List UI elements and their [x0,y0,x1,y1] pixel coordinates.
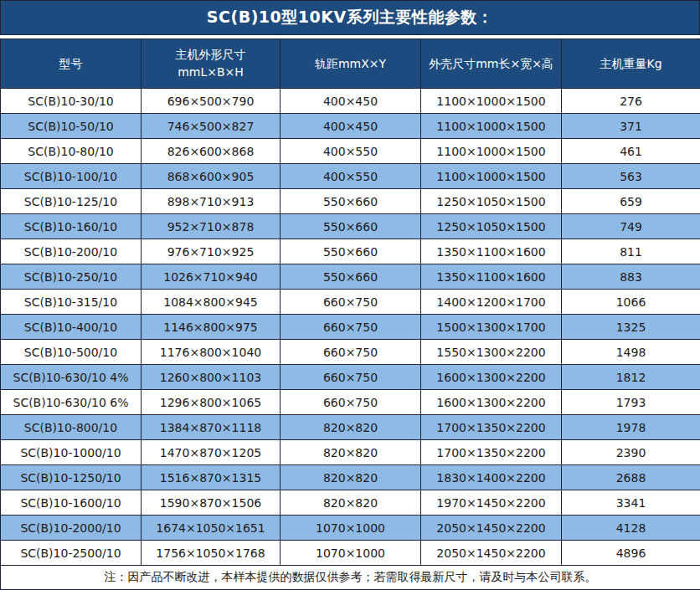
table-row: SC(B)10-2500/101756×1050×17681070×100020… [1,541,700,566]
spec-table: 型号 主机外形尺寸 mmL×B×H 轨距mmX×Y 外壳尺寸mm长×宽×高 主机… [0,38,700,590]
table-cell: 563 [562,164,700,189]
page-title: SC(B)10型10KV系列主要性能参数： [0,0,700,35]
table-cell: 1400×1200×1700 [421,290,562,315]
table-cell: 1066 [562,290,700,315]
table-cell: SC(B)10-315/10 [1,290,142,315]
table-cell: 1756×1050×1768 [142,541,281,566]
column-header-label: 轨距mmX×Y [282,55,419,73]
table-cell: 820×820 [281,415,421,440]
table-cell: SC(B)10-630/10 6% [1,390,142,415]
table-cell: 1793 [562,390,700,415]
table-row: SC(B)10-200/10976×710×925550×6601350×110… [1,239,700,264]
table-cell: 4128 [562,516,700,541]
table-cell: SC(B)10-630/10 4% [1,365,142,390]
table-cell: 1250×1050×1500 [421,189,562,214]
table-row: SC(B)10-630/10 4%1260×800×1103660×750160… [1,365,700,390]
table-cell: 1146×800×975 [142,315,281,340]
table-cell: 1384×870×1118 [142,415,281,440]
table-cell: 2050×1450×2200 [421,541,562,566]
table-cell: 868×600×905 [142,164,281,189]
column-header-host-weight: 主机重量Kg [562,39,700,89]
table-cell: SC(B)10-1250/10 [1,465,142,490]
table-cell: 1470×870×1205 [142,440,281,465]
column-header-label: 外壳尺寸mm长×宽×高 [423,55,559,73]
table-cell: SC(B)10-1600/10 [1,490,142,516]
table-row: SC(B)10-1600/101590×870×1506820×8201970×… [1,490,700,516]
table-cell: 1070×1000 [281,516,421,541]
table-cell: 1516×870×1315 [142,465,281,490]
table-cell: 400×550 [281,139,421,164]
table-footer: 注：因产品不断改进，本样本提供的数据仅供参考；若需取得最新尺寸，请及时与本公司联… [1,566,700,590]
table-cell: 696×500×790 [142,89,281,114]
table-cell: 550×660 [281,264,421,290]
table-cell: SC(B)10-250/10 [1,264,142,290]
table-row: SC(B)10-400/101146×800×975660×7501500×13… [1,315,700,340]
table-cell: SC(B)10-30/10 [1,89,142,114]
table-cell: 1070×1000 [281,541,421,566]
table-cell: SC(B)10-500/10 [1,340,142,365]
table-cell: 1260×800×1103 [142,365,281,390]
table-cell: 550×660 [281,189,421,214]
table-cell: 660×750 [281,290,421,315]
table-cell: 1674×1050×1651 [142,516,281,541]
table-cell: SC(B)10-100/10 [1,164,142,189]
table-row: SC(B)10-630/10 6%1296×800×1065660×750160… [1,390,700,415]
column-header-shell-dimensions: 外壳尺寸mm长×宽×高 [421,39,562,89]
table-cell: 2390 [562,440,700,465]
table-cell: 1600×1300×2200 [421,390,562,415]
table-row: SC(B)10-50/10746×500×827400×4501100×1000… [1,114,700,139]
table-cell: SC(B)10-2500/10 [1,541,142,566]
table-cell: 749 [562,214,700,239]
table-row: SC(B)10-2000/101674×1050×16511070×100020… [1,516,700,541]
table-cell: 1100×1000×1500 [421,139,562,164]
table-cell: 3341 [562,490,700,516]
table-cell: 400×550 [281,164,421,189]
table-cell: 820×820 [281,490,421,516]
table-cell: 1084×800×945 [142,290,281,315]
table-header: 型号 主机外形尺寸 mmL×B×H 轨距mmX×Y 外壳尺寸mm长×宽×高 主机… [1,39,700,89]
table-row: SC(B)10-80/10826×600×868400×5501100×1000… [1,139,700,164]
table-cell: 820×820 [281,440,421,465]
column-header-label: 主机外形尺寸 [143,46,278,64]
table-row: SC(B)10-125/10898×710×913550×6601250×105… [1,189,700,214]
table-cell: 1100×1000×1500 [421,89,562,114]
table-cell: SC(B)10-400/10 [1,315,142,340]
table-cell: SC(B)10-50/10 [1,114,142,139]
column-header-host-dimensions: 主机外形尺寸 mmL×B×H [142,39,281,89]
table-cell: 820×820 [281,465,421,490]
table-cell: 660×750 [281,390,421,415]
table-cell: 1500×1300×1700 [421,315,562,340]
table-cell: 1700×1350×2200 [421,440,562,465]
table-cell: 371 [562,114,700,139]
column-header-label: 型号 [3,55,139,73]
table-cell: 1100×1000×1500 [421,164,562,189]
table-cell: 1296×800×1065 [142,390,281,415]
table-body: SC(B)10-30/10696×500×790400×4501100×1000… [1,89,700,566]
table-cell: 976×710×925 [142,239,281,264]
table-cell: 1250×1050×1500 [421,214,562,239]
column-header-rail-gauge: 轨距mmX×Y [281,39,421,89]
table-cell: SC(B)10-1000/10 [1,440,142,465]
table-cell: 276 [562,89,700,114]
table-row: SC(B)10-800/101384×870×1118820×8201700×1… [1,415,700,440]
table-cell: 1812 [562,365,700,390]
table-cell: 1700×1350×2200 [421,415,562,440]
table-cell: 1498 [562,340,700,365]
table-cell: 1026×710×940 [142,264,281,290]
table-cell: 461 [562,139,700,164]
table-cell: 1830×1400×2200 [421,465,562,490]
table-cell: SC(B)10-2000/10 [1,516,142,541]
table-cell: 898×710×913 [142,189,281,214]
column-header-sublabel: mmL×B×H [143,64,278,81]
column-header-label: 主机重量Kg [564,55,698,73]
footnote: 注：因产品不断改进，本样本提供的数据仅供参考；若需取得最新尺寸，请及时与本公司联… [1,566,700,590]
table-cell: SC(B)10-200/10 [1,239,142,264]
table-cell: SC(B)10-125/10 [1,189,142,214]
table-cell: 1176×800×1040 [142,340,281,365]
table-row: SC(B)10-160/10952×710×878550×6601250×105… [1,214,700,239]
table-cell: 1970×1450×2200 [421,490,562,516]
table-row: SC(B)10-1000/101470×870×1205820×8201700×… [1,440,700,465]
table-row: SC(B)10-315/101084×800×945660×7501400×12… [1,290,700,315]
table-cell: 811 [562,239,700,264]
table-row: SC(B)10-100/10868×600×905400×5501100×100… [1,164,700,189]
